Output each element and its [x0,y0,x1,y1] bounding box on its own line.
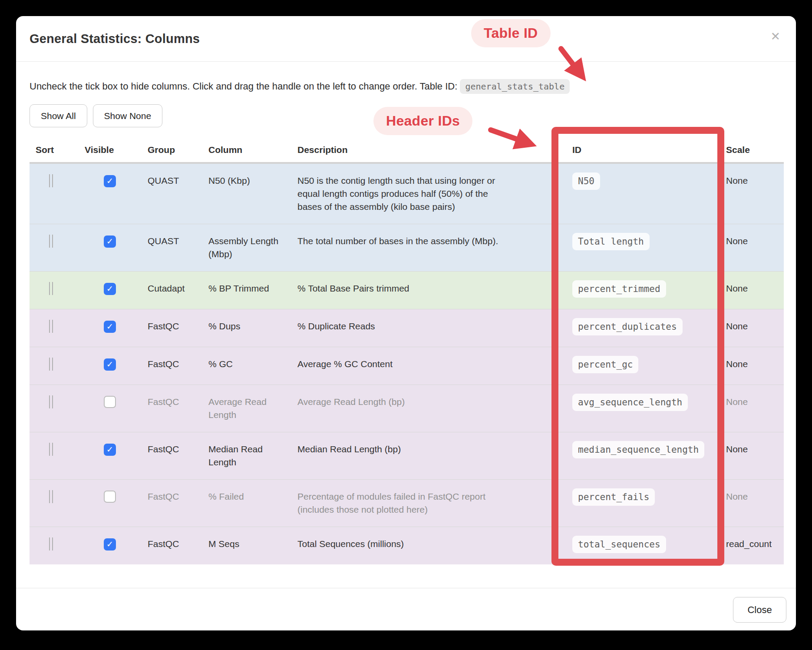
column-label: Average Read Length [208,397,267,420]
group-label: QUAST [148,236,179,246]
id-code-chip: median_sequence_length [572,441,704,458]
modal-header: General Statistics: Columns ✕ [16,16,796,62]
checkmark-icon: ✓ [106,285,113,293]
group-label: FastQC [148,491,179,501]
description-text: % Duplicate Reads [297,320,375,333]
column-label: Median Read Length [208,444,263,467]
column-label: M Seqs [208,539,239,549]
modal-title: General Statistics: Columns [30,32,200,46]
header-description: Description [291,139,564,163]
scale-label: None [726,359,748,369]
visible-checkbox[interactable]: ✓ [104,396,116,408]
description-text: N50 is the contig length such that using… [297,174,506,213]
description-text: Total Sequences (millions) [297,537,404,551]
table-row: ✓ FastQC Average Read Length Average Rea… [30,385,784,432]
instructions-text: Uncheck the tick box to hide columns. Cl… [30,80,782,93]
visible-checkbox[interactable]: ✓ [104,175,116,187]
close-icon[interactable]: ✕ [770,31,780,43]
table-row: ✓ QUAST N50 (Kbp) N50 is the contig leng… [30,163,784,224]
table-id-annotation: Table ID [471,19,551,47]
column-label: % GC [208,359,233,369]
drag-handle-icon[interactable] [49,174,53,187]
checkmark-icon: ✓ [106,237,113,245]
checkmark-icon: ✓ [106,360,113,368]
id-code-chip: total_sequences [572,536,666,553]
table-body: ✓ QUAST N50 (Kbp) N50 is the contig leng… [30,163,784,564]
drag-handle-icon[interactable] [49,395,53,408]
close-button[interactable]: Close [733,597,786,623]
columns-table: Sort Visible Group Column Description ID… [30,139,784,564]
drag-handle-icon[interactable] [49,490,53,503]
visible-checkbox[interactable]: ✓ [104,358,116,371]
visible-checkbox[interactable]: ✓ [104,235,116,248]
table-row: ✓ FastQC % Dups % Duplicate Reads percen… [30,309,784,347]
description-text: Average % GC Content [297,358,393,371]
drag-handle-icon[interactable] [49,235,53,248]
drag-handle-icon[interactable] [49,282,53,295]
column-label: % Failed [208,491,244,501]
scale-label: None [726,397,748,407]
header-scale: Scale [721,139,784,163]
table-row: ✓ FastQC % GC Average % GC Content perce… [30,347,784,385]
id-code-chip: percent_duplicates [572,318,683,335]
visible-checkbox[interactable]: ✓ [104,321,116,333]
visible-checkbox[interactable]: ✓ [104,283,116,295]
drag-handle-icon[interactable] [49,537,53,551]
description-text: Percentage of modules failed in FastQC r… [297,490,506,516]
group-label: FastQC [148,321,179,331]
column-label: N50 (Kbp) [208,176,250,186]
group-label: FastQC [148,539,179,549]
description-text: Average Read Length (bp) [297,395,405,408]
header-ids-annotation: Header IDs [373,107,472,135]
id-code-chip: N50 [572,172,600,190]
id-code-chip: percent_trimmed [572,280,666,298]
table-row: ✓ Cutadapt % BP Trimmed % Total Base Pai… [30,272,784,309]
visible-checkbox[interactable]: ✓ [104,538,116,551]
column-label: % Dups [208,321,241,331]
table-id-code: general_stats_table [460,79,570,94]
scale-label: None [726,283,748,293]
scale-label: None [726,491,748,501]
table-row: ✓ QUAST Assembly Length (Mbp) The total … [30,224,784,272]
scale-label: None [726,176,748,186]
scale-label: None [726,321,748,331]
drag-handle-icon[interactable] [49,320,53,333]
checkmark-icon: ✓ [106,177,113,185]
header-group: Group [142,139,202,163]
scale-label: None [726,444,748,454]
table-row: ✓ FastQC M Seqs Total Sequences (million… [30,527,784,565]
column-label: Assembly Length (Mbp) [208,236,278,259]
header-id: ID [564,139,721,163]
scale-label: read_count [726,539,772,549]
drag-handle-icon[interactable] [49,358,53,371]
column-label: % BP Trimmed [208,283,269,293]
visible-checkbox[interactable]: ✓ [104,444,116,456]
id-code-chip: avg_sequence_length [572,394,688,411]
group-label: FastQC [148,444,179,454]
visible-checkbox[interactable]: ✓ [104,491,116,503]
table-head: Sort Visible Group Column Description ID… [30,139,784,163]
checkmark-icon: ✓ [106,322,113,331]
modal-body: Uncheck the tick box to hide columns. Cl… [16,80,796,564]
description-text: % Total Base Pairs trimmed [297,282,409,295]
header-column: Column [202,139,291,163]
checkmark-icon: ✓ [106,540,113,548]
group-label: FastQC [148,397,179,407]
group-label: Cutadapt [148,283,185,293]
table-row: ✓ FastQC Median Read Length Median Read … [30,432,784,480]
show-none-button[interactable]: Show None [93,104,163,127]
table-row: ✓ FastQC % Failed Percentage of modules … [30,480,784,527]
id-code-chip: percent_gc [572,356,638,373]
group-label: FastQC [148,359,179,369]
group-label: QUAST [148,176,179,186]
header-sort: Sort [30,139,79,163]
id-code-chip: Total length [572,233,650,250]
checkmark-icon: ✓ [106,445,113,454]
description-text: The total number of bases in the assembl… [297,235,498,248]
scale-label: None [726,236,748,246]
id-code-chip: percent_fails [572,488,655,506]
drag-handle-icon[interactable] [49,443,53,456]
show-all-button[interactable]: Show All [30,104,87,127]
description-text: Median Read Length (bp) [297,443,401,456]
instructions-label: Uncheck the tick box to hide columns. Cl… [30,81,457,92]
